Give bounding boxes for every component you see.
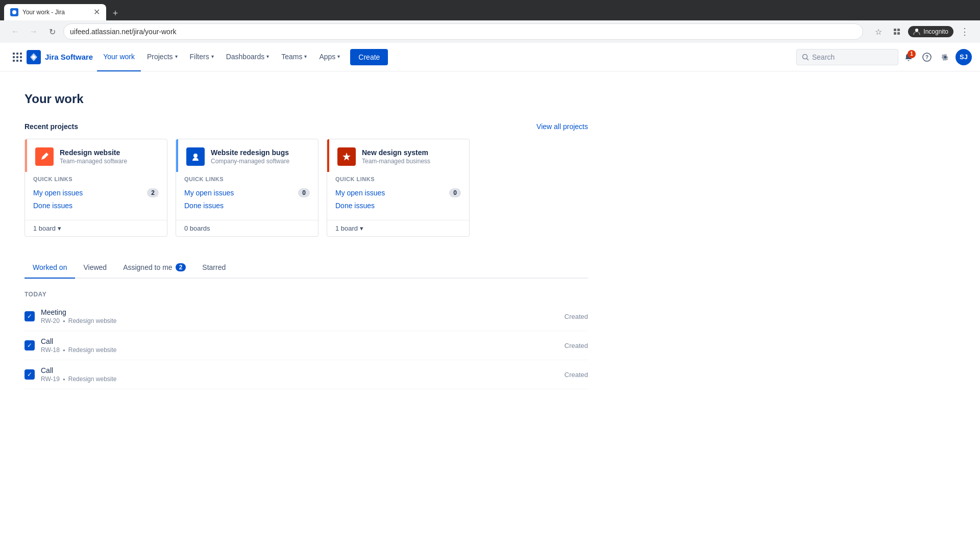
project-footer-2: 0 boards — [176, 220, 318, 236]
browser-menu-button[interactable]: ⋮ — [958, 24, 972, 39]
svg-rect-4 — [897, 32, 900, 35]
incognito-label: Incognito — [923, 28, 948, 35]
nav-item-projects[interactable]: Projects ▾ — [141, 43, 184, 71]
issue-row-meeting[interactable]: ✓ Meeting RW-20 ● Redesign website Creat… — [24, 302, 588, 331]
my-open-issues-link-row-2[interactable]: My open issues 0 — [184, 186, 310, 199]
svg-line-8 — [807, 58, 809, 60]
active-tab[interactable]: Your work - Jira ✕ — [4, 4, 106, 20]
app-switcher-button[interactable] — [8, 48, 27, 66]
notifications-button[interactable]: 1 — [900, 49, 917, 65]
nav-items: Your work Projects ▾ Filters ▾ Dashboard… — [97, 43, 796, 71]
project-info-2: Website redesign bugs Company-managed so… — [211, 148, 310, 165]
assigned-to-me-badge: 2 — [176, 263, 186, 271]
issue-action-call-2: Created — [565, 371, 588, 379]
notification-badge: 1 — [908, 50, 916, 58]
project-info: Redesign website Team-managed software — [60, 148, 159, 165]
project-card-header-3: New design system Team-managed business — [327, 139, 469, 172]
nav-item-teams[interactable]: Teams ▾ — [275, 43, 313, 71]
address-bar[interactable]: uifeed.atlassian.net/jira/your-work — [63, 23, 863, 40]
user-avatar[interactable]: SJ — [955, 49, 972, 65]
svg-rect-2 — [897, 29, 900, 31]
create-button[interactable]: Create — [350, 49, 388, 65]
project-icon-redesign — [35, 147, 54, 166]
open-issues-badge-2: 0 — [298, 188, 310, 197]
project-icon-design — [337, 147, 356, 166]
extensions-button[interactable] — [890, 24, 904, 39]
dashboards-chevron-icon: ▾ — [266, 54, 269, 59]
nav-item-your-work[interactable]: Your work — [97, 43, 141, 71]
svg-point-5 — [915, 29, 918, 32]
done-issues-link-row[interactable]: Done issues — [33, 199, 159, 212]
today-label: TODAY — [24, 291, 588, 298]
project-name-2[interactable]: Website redesign bugs — [211, 148, 310, 157]
tab-favicon — [10, 8, 18, 16]
tab-close-button[interactable]: ✕ — [93, 8, 100, 16]
project-name-3[interactable]: New design system — [362, 148, 461, 157]
filters-chevron-icon: ▾ — [211, 54, 214, 59]
tab-starred[interactable]: Starred — [194, 257, 234, 279]
nav-right: Search 1 ? — [796, 49, 972, 65]
issue-checkbox-meeting: ✓ — [24, 311, 35, 321]
done-issues-link-2: Done issues — [184, 202, 224, 210]
issue-title-meeting[interactable]: Meeting — [41, 308, 558, 316]
reload-button[interactable]: ↻ — [45, 24, 59, 39]
jira-logo[interactable]: Jira Software — [27, 50, 93, 64]
nav-item-filters[interactable]: Filters ▾ — [184, 43, 220, 71]
tab-worked-on[interactable]: Worked on — [24, 257, 75, 279]
search-placeholder: Search — [812, 53, 835, 61]
done-issues-link-row-3[interactable]: Done issues — [335, 199, 461, 212]
issue-action-call-1: Created — [565, 342, 588, 349]
project-footer: 1 board ▾ — [25, 220, 167, 236]
forward-button[interactable]: → — [27, 24, 41, 39]
search-box[interactable]: Search — [796, 49, 898, 65]
apps-chevron-icon: ▾ — [337, 54, 340, 59]
my-open-issues-link: My open issues — [33, 189, 83, 197]
svg-text:?: ? — [925, 55, 928, 60]
help-button[interactable]: ? — [919, 49, 935, 65]
issue-title-call-2[interactable]: Call — [41, 366, 558, 374]
issue-checkbox-call-2: ✓ — [24, 369, 35, 380]
boards-link-3[interactable]: 1 board ▾ — [335, 224, 461, 232]
issue-info-call-2: Call RW-19 ● Redesign website — [41, 366, 558, 383]
bookmark-button[interactable]: ☆ — [871, 24, 886, 39]
project-type: Team-managed software — [60, 158, 159, 165]
boards-link[interactable]: 1 board ▾ — [33, 224, 159, 232]
done-issues-link: Done issues — [33, 202, 72, 210]
jira-logo-text: Jira Software — [45, 53, 93, 61]
tab-assigned-to-me[interactable]: Assigned to me 2 — [115, 257, 194, 279]
nav-item-apps[interactable]: Apps ▾ — [313, 43, 346, 71]
project-card-header-2: Website redesign bugs Company-managed so… — [176, 139, 318, 172]
issue-meta-call-1: RW-18 ● Redesign website — [41, 346, 558, 354]
issue-meta-call-2: RW-19 ● Redesign website — [41, 375, 558, 383]
gear-icon — [941, 53, 950, 62]
issue-info-call-1: Call RW-18 ● Redesign website — [41, 337, 558, 354]
view-all-projects-link[interactable]: View all projects — [536, 122, 588, 131]
issue-action-meeting: Created — [565, 313, 588, 320]
my-open-issues-link-row[interactable]: My open issues 2 — [33, 186, 159, 199]
new-tab-button[interactable]: + — [108, 6, 122, 20]
project-footer-3: 1 board ▾ — [327, 220, 469, 236]
issue-list: ✓ Meeting RW-20 ● Redesign website Creat… — [24, 302, 588, 389]
my-open-issues-link-3: My open issues — [335, 189, 385, 197]
teams-chevron-icon: ▾ — [304, 54, 307, 59]
issue-row-call-1[interactable]: ✓ Call RW-18 ● Redesign website Created — [24, 331, 588, 360]
done-issues-link-row-2[interactable]: Done issues — [184, 199, 310, 212]
settings-button[interactable] — [937, 49, 953, 65]
issue-row-call-2[interactable]: ✓ Call RW-19 ● Redesign website Created — [24, 360, 588, 389]
project-name[interactable]: Redesign website — [60, 148, 159, 157]
back-button[interactable]: ← — [8, 24, 22, 39]
boards-link-2[interactable]: 0 boards — [184, 224, 310, 232]
browser-actions: ☆ Incognito ⋮ — [871, 24, 972, 39]
my-open-issues-link-row-3[interactable]: My open issues 0 — [335, 186, 461, 199]
project-icon-bugs — [186, 147, 205, 166]
page-title: Your work — [24, 92, 588, 106]
svg-rect-1 — [894, 29, 896, 31]
browser-tab-bar: Your work - Jira ✕ + — [0, 0, 980, 20]
tab-viewed[interactable]: Viewed — [75, 257, 115, 279]
nav-item-dashboards[interactable]: Dashboards ▾ — [220, 43, 276, 71]
project-card-redesign-website: Redesign website Team-managed software Q… — [24, 139, 167, 237]
project-card-website-redesign-bugs: Website redesign bugs Company-managed so… — [176, 139, 318, 237]
quick-links-label-3: QUICK LINKS — [335, 176, 461, 182]
browser-controls: ← → ↻ uifeed.atlassian.net/jira/your-wor… — [0, 20, 980, 43]
issue-title-call-1[interactable]: Call — [41, 337, 558, 345]
